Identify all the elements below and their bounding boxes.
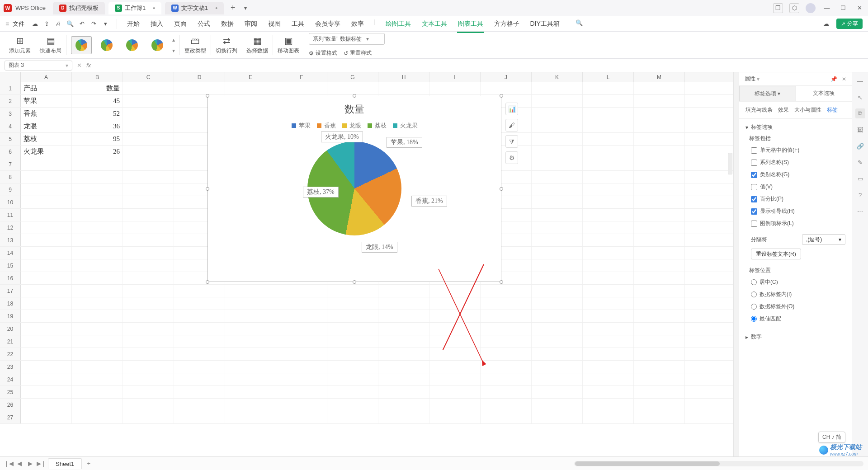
doc-tab-workbook[interactable]: S 工作簿1 • — [108, 2, 161, 14]
reset-style-button[interactable]: ↺ 重置样式 — [344, 49, 372, 57]
label-option[interactable]: 单元格中的值(F) — [745, 144, 845, 156]
cell[interactable] — [634, 399, 685, 411]
cell[interactable] — [532, 133, 583, 145]
cell[interactable] — [21, 348, 72, 360]
horizontal-scrollbar[interactable] — [574, 461, 863, 466]
cell[interactable] — [532, 411, 583, 423]
cell[interactable] — [72, 335, 123, 348]
cell[interactable] — [21, 272, 72, 284]
cell[interactable] — [225, 399, 276, 411]
cell[interactable]: 45 — [72, 95, 123, 107]
cell[interactable] — [72, 209, 123, 221]
cell[interactable] — [72, 259, 123, 272]
cell[interactable] — [72, 272, 123, 284]
cell[interactable] — [21, 386, 72, 398]
checkbox[interactable] — [751, 221, 757, 227]
cell[interactable] — [123, 82, 174, 94]
cell[interactable] — [327, 373, 378, 385]
cell[interactable] — [21, 373, 72, 385]
cell[interactable] — [378, 297, 429, 310]
select-data-button[interactable]: ▦选择数据 — [242, 32, 273, 58]
cell[interactable] — [583, 221, 634, 234]
cell[interactable] — [72, 411, 123, 423]
style-thumb[interactable] — [122, 36, 142, 54]
cell[interactable] — [123, 361, 174, 373]
row-header[interactable]: 17 — [0, 285, 21, 297]
col-header[interactable]: B — [72, 72, 123, 82]
cell[interactable] — [532, 247, 583, 259]
style-thumb[interactable] — [147, 36, 168, 54]
menu-drawtools[interactable]: 绘图工具 — [385, 18, 412, 30]
cell[interactable] — [634, 386, 685, 398]
cell[interactable] — [378, 335, 429, 348]
search-icon[interactable]: 🔍 — [574, 18, 584, 28]
cell[interactable] — [174, 361, 225, 373]
cell[interactable] — [21, 234, 72, 246]
col-header[interactable]: L — [583, 72, 634, 82]
cell[interactable] — [429, 82, 481, 94]
cell[interactable] — [174, 297, 225, 310]
cell[interactable] — [378, 386, 429, 398]
layers-icon[interactable]: 🖼 — [855, 125, 865, 135]
cell[interactable] — [72, 386, 123, 398]
cell[interactable] — [532, 399, 583, 411]
cell[interactable] — [583, 82, 634, 94]
cell[interactable] — [72, 158, 123, 170]
cell[interactable] — [378, 82, 429, 94]
col-header[interactable]: I — [429, 72, 481, 82]
menu-view[interactable]: 视图 — [267, 18, 282, 30]
cell[interactable] — [481, 399, 532, 411]
cell[interactable]: 香蕉 — [21, 108, 72, 120]
cell[interactable] — [123, 95, 174, 107]
cell[interactable] — [532, 373, 583, 385]
cell[interactable] — [481, 386, 532, 398]
cell[interactable] — [378, 373, 429, 385]
cell[interactable] — [123, 196, 174, 208]
book-icon[interactable]: ▭ — [855, 174, 865, 183]
cell[interactable] — [174, 285, 225, 297]
cell[interactable] — [225, 310, 276, 322]
cell[interactable] — [174, 411, 225, 423]
cell[interactable] — [72, 323, 123, 335]
cell[interactable] — [174, 323, 225, 335]
cell[interactable] — [174, 373, 225, 385]
cell[interactable] — [21, 361, 72, 373]
collapse-icon[interactable]: — — [855, 76, 865, 86]
row-header[interactable]: 3 — [0, 108, 21, 120]
select-icon[interactable]: ↖ — [855, 92, 865, 102]
row-header[interactable]: 24 — [0, 373, 21, 385]
cell[interactable] — [225, 348, 276, 360]
cell[interactable] — [583, 272, 634, 284]
cell[interactable] — [634, 209, 685, 221]
cell[interactable] — [123, 285, 174, 297]
cell[interactable] — [583, 399, 634, 411]
chart-elements-icon[interactable]: 📊 — [505, 103, 518, 115]
cell[interactable] — [634, 411, 685, 423]
cell[interactable] — [276, 411, 327, 423]
col-header[interactable]: G — [327, 72, 378, 82]
cell[interactable] — [634, 133, 685, 145]
col-header[interactable]: F — [276, 72, 327, 82]
checkbox[interactable] — [751, 147, 757, 154]
cell[interactable] — [72, 399, 123, 411]
cell[interactable] — [634, 108, 685, 120]
set-format-button[interactable]: ⚙ 设置格式 — [309, 49, 337, 57]
cell[interactable] — [583, 348, 634, 360]
cell[interactable] — [123, 209, 174, 221]
sheet-tab[interactable]: Sheet1 — [48, 458, 82, 469]
resize-handle[interactable] — [500, 94, 503, 98]
cell[interactable] — [21, 323, 72, 335]
col-header[interactable]: D — [174, 72, 225, 82]
more-icon[interactable]: ⋯ — [855, 206, 865, 216]
subtab-label[interactable]: 标签 — [827, 106, 838, 114]
save-icon[interactable]: ☁ — [30, 19, 40, 29]
radio[interactable] — [751, 304, 757, 310]
cell[interactable] — [634, 361, 685, 373]
label-option[interactable]: 百分比(P) — [745, 193, 845, 205]
cell[interactable]: 95 — [72, 133, 123, 145]
cell[interactable] — [123, 272, 174, 284]
cell[interactable]: 火龙果 — [21, 146, 72, 158]
cell[interactable] — [583, 196, 634, 208]
cell[interactable] — [634, 221, 685, 234]
col-header[interactable]: C — [123, 72, 174, 82]
